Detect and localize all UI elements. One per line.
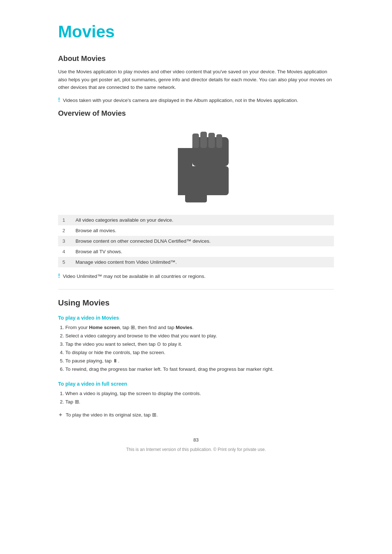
- page-number: 83: [58, 437, 334, 443]
- svg-rect-3: [200, 132, 207, 148]
- step-6: To rewind, drag the progress bar marker …: [65, 365, 334, 374]
- play-video-subheading: To play a video in Movies: [58, 315, 334, 321]
- play-video-subsection: To play a video in Movies From your Home…: [58, 315, 334, 374]
- table-row-text: Manage video content from Video Unlimite…: [71, 257, 334, 267]
- about-movies-section: About Movies Use the Movies application …: [58, 54, 334, 104]
- table-row-num: 1: [58, 215, 71, 225]
- overview-table: 1All video categories available on your …: [58, 215, 334, 267]
- fullscreen-step-2: Tap ⊞.: [65, 398, 334, 406]
- play-video-steps: From your Home screen, tap ⊞, then find …: [65, 324, 334, 374]
- using-movies-heading: Using Movies: [58, 298, 334, 308]
- svg-rect-4: [208, 133, 215, 148]
- about-movies-body: Use the Movies application to play movie…: [58, 68, 334, 91]
- table-row: 2Browse all movies.: [58, 225, 334, 236]
- using-movies-section: Using Movies To play a video in Movies F…: [58, 298, 334, 419]
- table-row-text: All video categories available on your d…: [71, 215, 334, 225]
- svg-rect-2: [192, 134, 199, 148]
- table-row: 5Manage video content from Video Unlimit…: [58, 257, 334, 267]
- play-fullscreen-steps: When a video is playing, tap the screen …: [65, 390, 334, 406]
- overview-note: ! Video Unlimited™ may not be available …: [58, 272, 334, 280]
- overview-section: Overview of Movies 1All video categories…: [58, 109, 334, 280]
- table-row: 3Browse content on other connected DLNA …: [58, 236, 334, 246]
- table-row-text: Browse all TV shows.: [71, 246, 334, 257]
- svg-rect-5: [216, 134, 222, 148]
- step-3: Tap the video you want to select, then t…: [65, 340, 334, 349]
- overview-image-container: [58, 126, 334, 206]
- tip-icon: ✦: [58, 411, 63, 418]
- step-4: To display or hide the controls, tap the…: [65, 349, 334, 357]
- table-row-num: 2: [58, 225, 71, 236]
- about-movies-heading: About Movies: [58, 54, 334, 63]
- exclamation-icon-2: !: [58, 273, 60, 279]
- exclamation-icon: !: [58, 97, 60, 103]
- table-row-num: 3: [58, 236, 71, 246]
- table-row: 4Browse all TV shows.: [58, 246, 334, 257]
- thumbs-up-illustration: [149, 126, 243, 206]
- fullscreen-tip: ✦ To play the video in its original size…: [58, 411, 334, 419]
- play-fullscreen-subheading: To play a video in full screen: [58, 381, 334, 387]
- overview-note-text: Video Unlimited™ may not be available in…: [63, 272, 205, 280]
- page-footer: 83 This is an Internet version of this p…: [58, 437, 334, 452]
- svg-rect-7: [185, 192, 207, 202]
- footer-legal: This is an Internet version of this publ…: [58, 447, 334, 452]
- table-row: 1All video categories available on your …: [58, 215, 334, 225]
- fullscreen-step-1: When a video is playing, tap the screen …: [65, 390, 334, 398]
- section-divider: [58, 289, 334, 290]
- play-fullscreen-subsection: To play a video in full screen When a vi…: [58, 381, 334, 419]
- step-2: Select a video category and browse to th…: [65, 332, 334, 340]
- step-5: To pause playing, tap ⏸.: [65, 357, 334, 365]
- svg-rect-6: [178, 166, 229, 195]
- step-1: From your Home screen, tap ⊞, then find …: [65, 324, 334, 332]
- table-row-text: Browse content on other connected DLNA C…: [71, 236, 334, 246]
- page-title: Movies: [58, 22, 334, 41]
- table-row-text: Browse all movies.: [71, 225, 334, 236]
- about-movies-note-text: Videos taken with your device's camera a…: [63, 97, 298, 104]
- fullscreen-tip-text: To play the video in its original size, …: [66, 411, 158, 419]
- table-row-num: 5: [58, 257, 71, 267]
- overview-heading: Overview of Movies: [58, 109, 334, 118]
- table-row-num: 4: [58, 246, 71, 257]
- about-movies-note: ! Videos taken with your device's camera…: [58, 97, 334, 104]
